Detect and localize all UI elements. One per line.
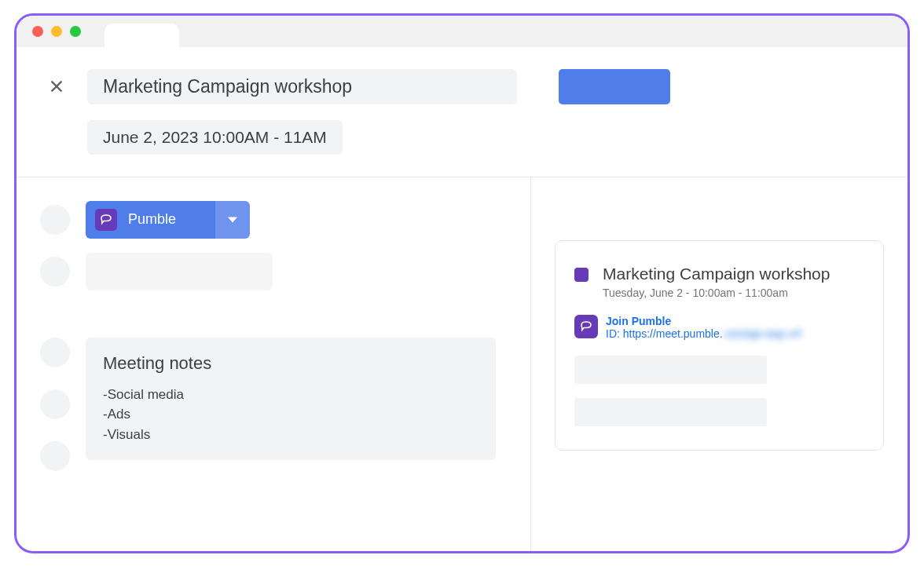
event-datetime-text: June 2, 2023 10:00AM - 11AM bbox=[103, 128, 327, 147]
conference-provider-label: Pumble bbox=[128, 211, 176, 228]
conference-provider-main[interactable]: Pumble bbox=[86, 201, 215, 239]
minimize-window-button[interactable] bbox=[51, 26, 62, 37]
people-icon-placeholder bbox=[40, 257, 70, 287]
meeting-id-prefix: ID: https://meet.pumble. bbox=[606, 327, 723, 340]
join-text-block: Join Pumble ID: https://meet.pumble.com/… bbox=[606, 315, 801, 340]
video-icon-placeholder bbox=[40, 205, 70, 235]
notes-section: Meeting notes -Social media -Ads -Visual… bbox=[40, 338, 499, 471]
dropdown-arrow[interactable] bbox=[215, 201, 250, 239]
event-summary-card: Marketing Campaign workshop Tuesday, Jun… bbox=[555, 240, 884, 451]
notes-line-2: -Visuals bbox=[103, 425, 478, 445]
datetime-row: June 2, 2023 10:00AM - 11AM bbox=[87, 120, 876, 155]
meeting-notes-box[interactable]: Meeting notes -Social media -Ads -Visual… bbox=[86, 338, 496, 461]
close-icon[interactable] bbox=[48, 78, 65, 95]
close-window-button[interactable] bbox=[32, 26, 43, 37]
meeting-id[interactable]: ID: https://meet.pumble.com/ajx-wqz-vrf bbox=[606, 327, 801, 340]
field-placeholder[interactable] bbox=[86, 253, 273, 290]
title-row: Marketing Campaign workshop bbox=[48, 69, 876, 104]
notes-line-0: -Social media bbox=[103, 385, 478, 405]
card-header: Marketing Campaign workshop Tuesday, Jun… bbox=[574, 265, 864, 299]
attachment-icon-placeholder bbox=[40, 441, 70, 471]
active-tab[interactable] bbox=[104, 24, 179, 51]
join-meeting-row: Join Pumble ID: https://meet.pumble.com/… bbox=[574, 315, 864, 340]
pumble-logo-icon-card bbox=[574, 315, 598, 338]
meeting-id-suffix: com/ajx-wqz-vrf bbox=[724, 327, 801, 340]
bottom-section: Pumble bbox=[16, 177, 908, 551]
conference-provider-dropdown[interactable]: Pumble bbox=[86, 201, 250, 239]
guests-row bbox=[40, 253, 499, 290]
save-button[interactable] bbox=[559, 69, 670, 104]
left-panel: Pumble bbox=[16, 177, 531, 551]
notes-icon-stack bbox=[40, 338, 70, 471]
description-icon-placeholder bbox=[40, 389, 70, 419]
window-controls bbox=[32, 26, 81, 37]
pumble-logo-icon bbox=[95, 209, 117, 231]
window-titlebar bbox=[16, 16, 908, 47]
right-panel: Marketing Campaign workshop Tuesday, Jun… bbox=[531, 177, 908, 551]
notes-heading: Meeting notes bbox=[103, 353, 478, 374]
card-placeholder-2 bbox=[574, 398, 767, 426]
content-area: Marketing Campaign workshop June 2, 2023… bbox=[16, 47, 908, 551]
event-datetime-chip[interactable]: June 2, 2023 10:00AM - 11AM bbox=[87, 120, 343, 155]
conference-row: Pumble bbox=[40, 201, 499, 239]
card-placeholder-1 bbox=[574, 356, 767, 384]
event-title-input[interactable]: Marketing Campaign workshop bbox=[87, 69, 517, 104]
maximize-window-button[interactable] bbox=[70, 26, 81, 37]
event-color-indicator bbox=[574, 268, 588, 282]
card-event-datetime: Tuesday, June 2 - 10:00am - 11:00am bbox=[603, 287, 830, 299]
location-icon-placeholder bbox=[40, 338, 70, 367]
tab-bar bbox=[104, 16, 179, 47]
notes-line-1: -Ads bbox=[103, 404, 478, 425]
event-title-text: Marketing Campaign workshop bbox=[103, 76, 352, 97]
card-event-title: Marketing Campaign workshop bbox=[603, 265, 830, 283]
event-header-section: Marketing Campaign workshop June 2, 2023… bbox=[16, 47, 908, 177]
join-pumble-link[interactable]: Join Pumble bbox=[606, 315, 801, 327]
app-window: Marketing Campaign workshop June 2, 2023… bbox=[14, 13, 910, 553]
